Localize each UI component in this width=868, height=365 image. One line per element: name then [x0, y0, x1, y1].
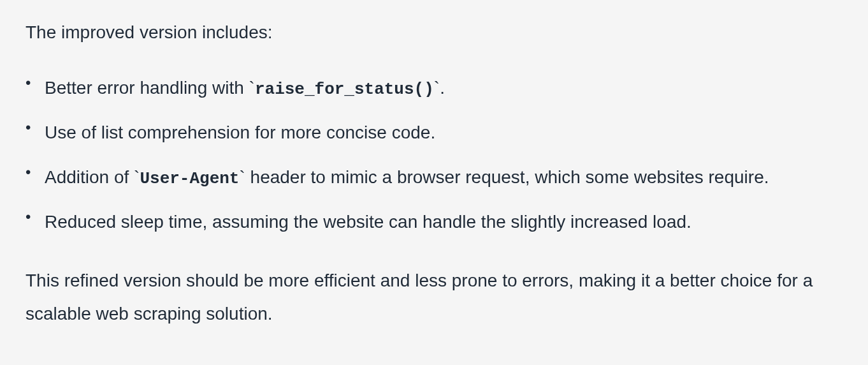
inline-code: User-Agent: [140, 169, 239, 188]
list-item-text-prefix: Use of list comprehension for more conci…: [45, 123, 435, 142]
list-item-text-suffix: .: [440, 78, 445, 98]
list-item-text-prefix: Addition of: [45, 167, 134, 187]
list-item: Reduced sleep time, assuming the website…: [25, 205, 849, 239]
list-item-text-prefix: Reduced sleep time, assuming the website…: [45, 212, 691, 232]
inline-code: raise_for_status(): [255, 80, 434, 99]
improvements-list: Better error handling with `raise_for_st…: [25, 71, 849, 239]
list-item-text-suffix: header to mimic a browser request, which…: [245, 167, 769, 187]
list-item-text-prefix: Better error handling with: [45, 78, 249, 98]
conclusion-paragraph: This refined version should be more effi…: [25, 264, 849, 331]
intro-paragraph: The improved version includes:: [25, 19, 849, 46]
list-item: Better error handling with `raise_for_st…: [25, 71, 849, 105]
list-item: Use of list comprehension for more conci…: [25, 116, 849, 149]
backtick: `: [434, 78, 440, 98]
backtick: `: [239, 167, 245, 187]
backtick: `: [249, 78, 255, 98]
list-item: Addition of `User-Agent` header to mimic…: [25, 161, 849, 194]
